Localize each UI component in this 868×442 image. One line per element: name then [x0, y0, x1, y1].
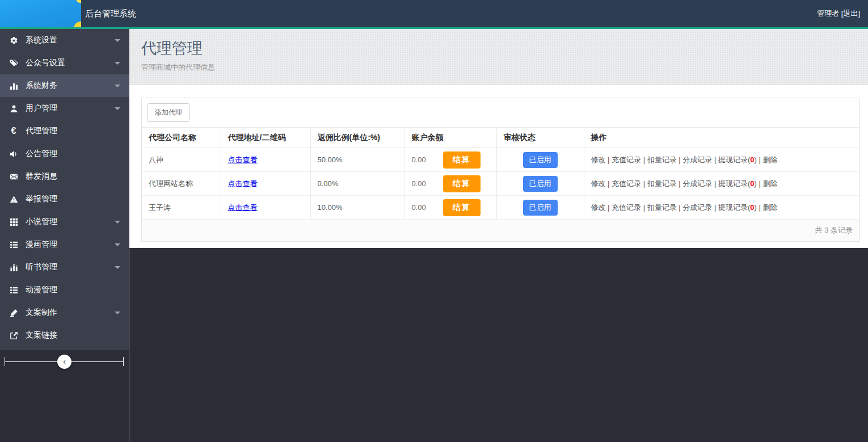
status-button[interactable]: 已启用 [523, 152, 558, 168]
table-row: 八神 点击查看 50.00% 0.00 结算 已启用 修改 | 充值记录 | 扣… [142, 148, 859, 172]
table-body: 八神 点击查看 50.00% 0.00 结算 已启用 修改 | 充值记录 | 扣… [142, 148, 859, 220]
delete-link[interactable]: 删除 [762, 179, 777, 188]
operation-link[interactable]: 修改 [591, 155, 606, 164]
record-count: 共 3 条记录 [142, 220, 859, 242]
settle-button[interactable]: 结算 [443, 175, 481, 192]
warning-icon [8, 195, 19, 204]
grid-icon [8, 218, 19, 226]
user-icon [8, 104, 19, 113]
sidebar-item-announcement-management[interactable]: 公告管理 [0, 142, 129, 165]
sidebar-item-copywriting-production[interactable]: 文案制作 [0, 301, 129, 324]
separator: | [677, 203, 683, 212]
agents-table: 代理公司名称 代理地址/二维码 返佣比例(单位:%) 账户余额 审核状态 操作 … [142, 127, 859, 241]
sidebar-menu: 系统设置 公众号设置 系统财务 用户管理 € 代理管理 公告管理 群发消息 举报… [0, 29, 129, 350]
sidebar-item-agent-management[interactable]: € 代理管理 [0, 120, 129, 142]
separator: | [712, 203, 718, 212]
separator: | [757, 179, 763, 188]
rebate-ratio: 0.00% [310, 172, 404, 196]
sidebar-item-system-finance[interactable]: 系统财务 [0, 74, 129, 97]
view-qrcode-link[interactable]: 点击查看 [228, 179, 258, 188]
tags-icon [8, 59, 19, 68]
euro-icon: € [8, 127, 19, 136]
operation-link[interactable]: 扣量记录 [647, 155, 677, 164]
slider-end-tick [123, 357, 124, 366]
chevron-down-icon [115, 221, 120, 224]
delete-link[interactable]: 删除 [762, 203, 777, 212]
sidebar-item-copywriting-link[interactable]: 文案链接 [0, 324, 129, 347]
speaker-icon [8, 150, 19, 158]
sidebar-item-animation-management[interactable]: 动漫管理 [0, 279, 129, 301]
sidebar-item-user-management[interactable]: 用户管理 [0, 97, 129, 120]
view-qrcode-link[interactable]: 点击查看 [228, 155, 258, 164]
agent-company-name: 八神 [142, 148, 221, 172]
sidebar-item-comic-management[interactable]: 漫画管理 [0, 233, 129, 256]
withdraw-record-link[interactable]: 提现记录(0) [718, 179, 757, 188]
separator: | [641, 203, 647, 212]
operation-link[interactable]: 修改 [591, 203, 606, 212]
share-icon [8, 331, 19, 340]
operation-link[interactable]: 修改 [591, 179, 606, 188]
delete-link[interactable]: 删除 [762, 155, 777, 164]
brand-logo-image[interactable] [0, 0, 81, 27]
withdraw-count: 0 [750, 179, 754, 188]
col-company: 代理公司名称 [142, 128, 221, 148]
operation-link[interactable]: 充值记录 [612, 179, 641, 188]
separator: | [677, 179, 683, 188]
page-subtitle: 管理商城中的代理信息 [141, 62, 868, 73]
sidebar-item-label: 用户管理 [26, 103, 57, 113]
status-button[interactable]: 已启用 [523, 200, 558, 216]
agent-company-name: 王子涛 [142, 196, 221, 220]
chevron-left-icon: ‹ [63, 357, 66, 365]
sidebar-item-label: 代理管理 [26, 126, 57, 136]
operation-link[interactable]: 扣量记录 [647, 203, 677, 212]
sidebar-item-report-management[interactable]: 举报管理 [0, 188, 129, 211]
sidebar-item-label: 小说管理 [26, 217, 57, 227]
sidebar-item-audiobook-management[interactable]: 听书管理 [0, 256, 129, 279]
operation-link[interactable]: 充值记录 [612, 203, 641, 212]
chevron-down-icon [115, 311, 120, 314]
page-title: 代理管理 [141, 29, 868, 58]
app-title: 后台管理系统 [85, 0, 136, 27]
col-status: 审核状态 [496, 128, 584, 148]
sidebar-item-system-settings[interactable]: 系统设置 [0, 29, 129, 52]
status-button[interactable]: 已启用 [523, 176, 558, 192]
separator: | [606, 179, 612, 188]
cell-operations: 修改 | 充值记录 | 扣量记录 | 分成记录 | 提现记录(0) | 删除 [584, 148, 859, 172]
cell-operations: 修改 | 充值记录 | 扣量记录 | 分成记录 | 提现记录(0) | 删除 [584, 196, 859, 220]
sidebar-item-bulk-message[interactable]: 群发消息 [0, 165, 129, 188]
operation-link[interactable]: 分成记录 [682, 179, 712, 188]
separator: | [606, 155, 612, 164]
agents-panel: 添加代理 代理公司名称 代理地址/二维码 返佣比例(单位:%) 账户余额 审核状… [141, 98, 860, 242]
sidebar-item-novel-management[interactable]: 小说管理 [0, 211, 129, 233]
pen-icon [8, 309, 19, 317]
withdraw-count: 0 [750, 155, 754, 164]
operation-link[interactable]: 分成记录 [682, 155, 712, 164]
sidebar-divider-line [129, 248, 129, 442]
col-ratio: 返佣比例(单位:%) [310, 128, 404, 148]
operation-link[interactable]: 扣量记录 [647, 179, 677, 188]
separator: | [757, 155, 763, 164]
envelope-icon [8, 172, 19, 181]
operation-link[interactable]: 分成记录 [682, 203, 712, 212]
sidebar-item-label: 系统财务 [26, 81, 57, 91]
sidebar-item-label: 文案制作 [26, 308, 57, 318]
withdraw-record-link[interactable]: 提现记录(0) [718, 203, 757, 212]
view-qrcode-link[interactable]: 点击查看 [228, 203, 258, 212]
table-row: 王子涛 点击查看 10.00% 0.00 结算 已启用 修改 | 充值记录 | … [142, 196, 859, 220]
sidebar-item-official-account-settings[interactable]: 公众号设置 [0, 52, 129, 74]
col-qrcode: 代理地址/二维码 [221, 128, 310, 148]
table-footer-row: 共 3 条记录 [142, 220, 859, 242]
add-agent-button[interactable]: 添加代理 [148, 103, 189, 122]
sidebar-item-label: 动漫管理 [26, 285, 57, 295]
withdraw-record-link[interactable]: 提现记录(0) [718, 155, 757, 164]
settle-button[interactable]: 结算 [443, 151, 481, 169]
sidebar-item-label: 系统设置 [26, 35, 57, 45]
user-logout-link[interactable]: 管理者 [退出] [817, 0, 860, 27]
sidebar-collapse-handle[interactable]: ‹ [57, 355, 71, 369]
slider-end-tick [5, 357, 5, 366]
app-root: 后台管理系统 管理者 [退出] 系统设置 公众号设置 系统财务 用户管理 € 代… [0, 0, 868, 442]
sidebar-item-label: 公众号设置 [26, 58, 65, 68]
operation-link[interactable]: 充值记录 [612, 155, 641, 164]
settle-button[interactable]: 结算 [443, 199, 481, 216]
chevron-down-icon [115, 85, 120, 87]
